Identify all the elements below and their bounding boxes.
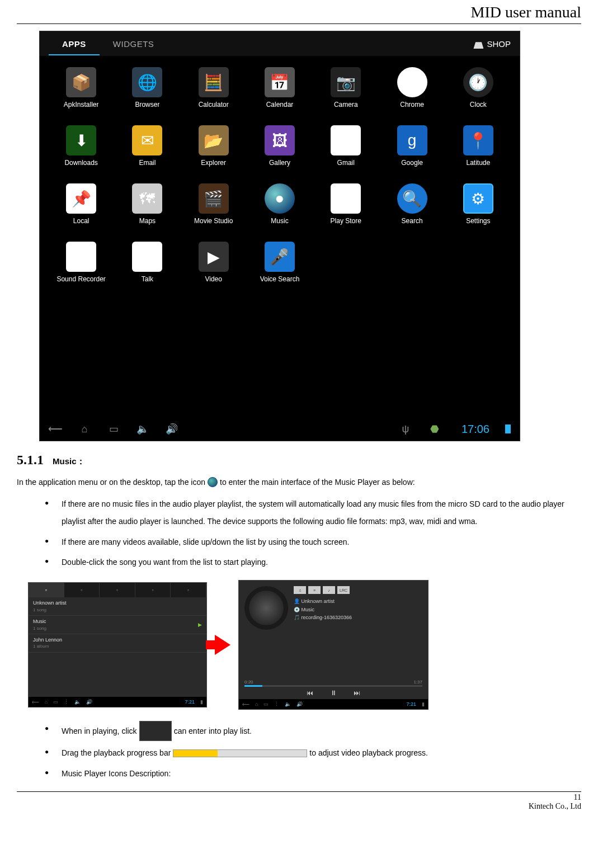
app-item[interactable]: gGoogle — [382, 125, 442, 167]
settings-icon: ⚙ — [463, 183, 493, 214]
vol-down-icon[interactable]: 🔈 — [285, 701, 291, 707]
app-label: Email — [139, 159, 156, 167]
player-mode-btn[interactable]: ♫ — [294, 586, 306, 594]
vol-up-icon[interactable]: 🔊 — [86, 699, 92, 705]
apkinstaller-icon: 📦 — [66, 67, 96, 97]
progress-bar[interactable] — [244, 685, 422, 687]
app-item[interactable]: ◉Chrome — [382, 67, 442, 108]
vol-up-icon[interactable]: 🔊 — [165, 422, 178, 436]
app-item[interactable]: talkTalk — [117, 242, 177, 283]
app-item[interactable]: ✉Email — [117, 125, 177, 167]
explorer-icon: 📂 — [199, 125, 229, 155]
back-icon[interactable]: ⟵ — [49, 422, 62, 436]
app-item[interactable]: 📦ApkInstaller — [51, 67, 111, 108]
music-icon: ● — [265, 183, 295, 214]
app-label: Video — [205, 275, 222, 283]
home-icon[interactable]: ⌂ — [45, 699, 48, 705]
gmail-icon: M — [331, 125, 361, 155]
music-tab[interactable]: ▫ — [171, 583, 206, 597]
app-item[interactable]: 🕐Clock — [448, 67, 508, 108]
music-row[interactable]: Music1 song▶ — [29, 616, 206, 634]
calendar-icon: 📅 — [265, 67, 295, 97]
shop-link[interactable]: SHOP — [473, 39, 511, 49]
clock: 17:06 — [462, 423, 489, 436]
play-store-icon: ▶ — [331, 183, 361, 214]
music-tab[interactable]: ▫ — [29, 583, 64, 597]
app-item[interactable]: 🗺Maps — [117, 183, 177, 225]
player-list-btn[interactable]: ≡ — [308, 586, 321, 594]
app-item[interactable]: 🎤Voice Search — [249, 242, 310, 283]
app-label: Calendar — [266, 101, 294, 108]
pause-icon[interactable]: ⏸ — [330, 689, 337, 697]
vol-down-icon[interactable]: 🔈 — [136, 422, 149, 436]
music-tab[interactable]: ▫ — [135, 583, 171, 597]
app-label: Downloads — [64, 159, 97, 167]
vol-down-icon[interactable]: 🔈 — [74, 699, 81, 705]
app-item[interactable]: 🖼Gallery — [249, 125, 310, 167]
section-title: Music： — [53, 456, 85, 467]
latitude-icon: 📍 — [463, 125, 493, 155]
chrome-icon: ◉ — [397, 67, 427, 97]
app-item[interactable]: 📅Calendar — [249, 67, 310, 108]
music-tabs: ▫▫▫▫▫ — [29, 583, 206, 597]
app-item[interactable]: ⬇Downloads — [51, 125, 111, 167]
app-label: Explorer — [201, 159, 226, 167]
app-label: Search — [402, 217, 423, 225]
app-label: Sound Recorder — [56, 275, 105, 283]
recent-icon[interactable]: ▭ — [107, 422, 120, 436]
tab-widgets[interactable]: WIDGETS — [100, 32, 168, 55]
app-label: Music — [271, 217, 288, 225]
time-elapsed: 0:20 — [244, 680, 253, 685]
app-item[interactable]: 🎙Sound Recorder — [51, 242, 111, 283]
list-item: Drag the playback progress bar to adjust… — [45, 744, 581, 762]
music-row[interactable]: John Lennon1 album — [29, 634, 206, 653]
music-player-screenshot: ♫ ≡ ♪ LRC 👤 Unknown artist 💿 Music 🎵 rec… — [238, 580, 429, 710]
app-label: Talk — [142, 275, 153, 283]
section-number: 5.1.1 — [17, 452, 44, 468]
app-item[interactable]: ⚙Settings — [448, 183, 508, 225]
prev-icon[interactable]: ⏮ — [307, 689, 313, 697]
recent-icon[interactable]: ▭ — [263, 701, 269, 707]
music-row[interactable]: Unknown artist1 song — [29, 597, 206, 616]
music-tab[interactable]: ▫ — [100, 583, 135, 597]
app-label: ApkInstaller — [64, 101, 99, 108]
player-lrc-btn[interactable]: LRC — [337, 586, 350, 594]
back-icon[interactable]: ⟵ — [242, 701, 249, 707]
downloads-icon: ⬇ — [66, 125, 96, 155]
app-label: Local — [73, 217, 90, 225]
back-icon[interactable]: ⟵ — [32, 699, 39, 705]
app-label: Maps — [139, 217, 156, 225]
google-icon: g — [397, 125, 427, 155]
app-item[interactable]: 🌐Browser — [117, 67, 177, 108]
app-item[interactable]: ●Music — [249, 183, 310, 225]
music-tab[interactable]: ▫ — [64, 583, 100, 597]
sound-recorder-icon: 🎙 — [66, 242, 96, 272]
app-item[interactable]: 📂Explorer — [183, 125, 244, 167]
app-item[interactable]: 🔍Search — [382, 183, 442, 225]
recent-icon[interactable]: ▭ — [53, 699, 58, 705]
usb-icon: ψ — [399, 422, 412, 436]
shop-icon — [473, 39, 483, 49]
player-shuffle-btn[interactable]: ♪ — [323, 586, 335, 594]
home-icon[interactable]: ⌂ — [78, 422, 91, 436]
maps-icon: 🗺 — [132, 183, 162, 214]
app-label: Settings — [466, 217, 490, 225]
vol-up-icon[interactable]: 🔊 — [296, 701, 303, 707]
gallery-icon: 🖼 — [265, 125, 295, 155]
app-item[interactable]: 📷Camera — [316, 67, 376, 108]
next-icon[interactable]: ⏭ — [354, 689, 360, 697]
app-item[interactable]: MGmail — [316, 125, 376, 167]
list-item: When in playing, click can enter into pl… — [45, 721, 581, 741]
app-item[interactable]: ▶Video — [183, 242, 244, 283]
tab-apps[interactable]: APPS — [49, 32, 100, 55]
app-item[interactable]: 📌Local — [51, 183, 111, 225]
app-item[interactable]: 🎬Movie Studio — [183, 183, 244, 225]
app-label: Camera — [334, 101, 358, 108]
app-item[interactable]: 🧮Calculator — [183, 67, 244, 108]
app-label: Gallery — [269, 159, 290, 167]
page-number: 11 — [574, 793, 581, 802]
app-item[interactable]: 📍Latitude — [448, 125, 508, 167]
app-item[interactable]: ▶Play Store — [316, 183, 376, 225]
music-icon — [208, 477, 218, 487]
home-icon[interactable]: ⌂ — [255, 701, 258, 707]
